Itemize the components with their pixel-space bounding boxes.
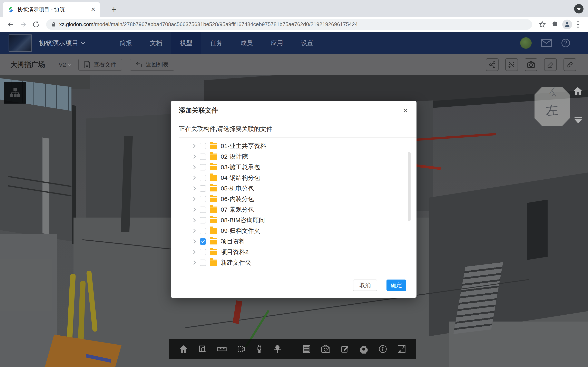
browser-menu-icon[interactable] [574, 21, 582, 28]
browser-tab-bar: 协筑演示项目 - 协筑 ✕ + [0, 0, 588, 17]
new-tab-button[interactable]: + [108, 4, 120, 15]
markup-button[interactable] [544, 58, 557, 71]
chevron-right-icon[interactable] [192, 165, 196, 169]
project-thumbnail[interactable] [9, 34, 32, 52]
info-button[interactable] [379, 345, 387, 353]
link-button[interactable] [563, 58, 576, 71]
settings-button[interactable] [359, 345, 368, 354]
share-button[interactable] [486, 58, 499, 71]
chevron-right-icon[interactable] [192, 155, 196, 159]
viewpoint-pin-button[interactable] [273, 345, 282, 353]
camera-button[interactable] [321, 345, 330, 353]
checkbox[interactable] [200, 238, 206, 245]
checkbox[interactable] [200, 259, 206, 266]
nav-tab[interactable]: 成员 [232, 32, 262, 54]
checkbox[interactable] [200, 196, 206, 202]
forward-button[interactable] [18, 19, 29, 30]
tree-scrollbar[interactable] [408, 152, 411, 221]
model-structure-tree-button[interactable] [4, 82, 26, 104]
reload-button[interactable] [31, 19, 41, 30]
confirm-button[interactable]: 确定 [387, 280, 406, 291]
browser-tab[interactable]: 协筑演示项目 - 协筑 ✕ [3, 2, 100, 17]
chevron-right-icon[interactable] [192, 239, 196, 243]
chevron-right-icon[interactable] [192, 186, 196, 191]
tree-row[interactable]: 08-BIM咨询顾问 [171, 215, 416, 225]
first-person-button[interactable] [256, 345, 263, 354]
tab-search-button[interactable] [574, 4, 584, 13]
back-to-list-button[interactable]: 返回列表 [130, 59, 174, 71]
cancel-button[interactable]: 取消 [353, 280, 377, 291]
chevron-right-icon[interactable] [192, 261, 196, 265]
nav-tab[interactable]: 模型 [171, 32, 201, 54]
collapse-cube-button[interactable] [575, 117, 582, 123]
tree-row[interactable]: 05-机电分包 [171, 183, 416, 194]
checkbox[interactable] [200, 143, 206, 149]
checkbox[interactable] [200, 185, 206, 192]
home-icon [573, 87, 583, 96]
nav-tab[interactable]: 设置 [292, 32, 322, 54]
view-file-button[interactable]: 查看文件 [78, 59, 122, 71]
bookmark-star-icon[interactable] [537, 19, 548, 30]
checkbox[interactable] [200, 207, 206, 213]
checkbox[interactable] [200, 175, 206, 181]
folder-name: 项目资料 [221, 237, 245, 246]
messages-icon[interactable] [541, 39, 552, 47]
home-view-button[interactable] [573, 87, 583, 96]
chevron-right-icon[interactable] [192, 176, 196, 180]
version-selector[interactable]: V2 [59, 61, 71, 68]
extensions-icon[interactable] [550, 19, 560, 30]
dialog-title: 添加关联文件 [179, 106, 218, 115]
browser-profile-avatar[interactable] [562, 20, 572, 29]
nav-tab-label: 文档 [150, 39, 162, 47]
snapshot-button[interactable] [525, 58, 537, 71]
view-file-label: 查看文件 [94, 61, 116, 68]
tree-row[interactable]: 新建文件夹 [171, 257, 416, 268]
project-switcher[interactable]: 协筑演示项目 [39, 39, 85, 48]
measure-button[interactable] [217, 346, 227, 352]
dialog-close-icon[interactable]: ✕ [403, 106, 408, 115]
chevron-right-icon[interactable] [192, 197, 196, 201]
viewpoint-path-button[interactable] [505, 58, 518, 71]
chevron-right-icon[interactable] [192, 218, 196, 222]
nav-tab[interactable]: 简报 [111, 32, 141, 54]
folder-icon [210, 207, 217, 213]
tree-row[interactable]: 07-景观分包 [171, 204, 416, 215]
checkbox[interactable] [200, 217, 206, 224]
tree-row[interactable]: 02-设计院 [171, 151, 416, 162]
back-button[interactable] [5, 19, 16, 30]
section-box-button[interactable] [237, 345, 246, 353]
tree-row[interactable]: 项目资料 [171, 236, 416, 247]
checkbox[interactable] [200, 154, 206, 160]
chevron-right-icon[interactable] [192, 250, 196, 254]
fullscreen-button[interactable] [397, 345, 406, 353]
chevron-right-icon[interactable] [192, 208, 196, 212]
nav-tab[interactable]: 应用 [262, 32, 292, 54]
url-domain: xz.glodon.com [59, 21, 94, 27]
help-icon[interactable] [561, 38, 571, 48]
tree-row[interactable]: 03-施工总承包 [171, 162, 416, 173]
tree-row[interactable]: 06-内装分包 [171, 194, 416, 204]
zoom-select-button[interactable] [199, 345, 207, 353]
navigation-cube[interactable]: 上 左 [535, 87, 570, 126]
chevron-right-icon[interactable] [192, 144, 196, 148]
user-avatar[interactable] [520, 37, 532, 49]
tree-row[interactable]: 01-业主共享资料 [171, 141, 416, 151]
checkbox[interactable] [200, 228, 206, 234]
model-name: 大拇指广场 [10, 60, 45, 69]
nav-tab[interactable]: 文档 [141, 32, 171, 54]
tree-row[interactable]: 项目资料2 [171, 247, 416, 257]
checkbox[interactable] [200, 249, 206, 255]
url-field[interactable]: xz.glodon.com/model/main/278b7967ebba470… [46, 19, 532, 30]
checkbox[interactable] [200, 164, 206, 170]
edit-markup-button[interactable] [340, 345, 349, 353]
cube-front-face-label: 左 [545, 101, 559, 119]
list-panel-button[interactable] [303, 345, 311, 353]
nav-tab-label: 成员 [241, 39, 253, 47]
tab-close-icon[interactable]: ✕ [91, 6, 95, 13]
home-tool-button[interactable] [179, 345, 188, 353]
tree-row[interactable]: 04-钢结构分包 [171, 173, 416, 183]
chevron-right-icon[interactable] [192, 229, 196, 233]
version-label: V2 [59, 61, 66, 68]
nav-tab[interactable]: 任务 [201, 32, 232, 54]
tree-row[interactable]: 09-归档文件夹 [171, 225, 416, 236]
